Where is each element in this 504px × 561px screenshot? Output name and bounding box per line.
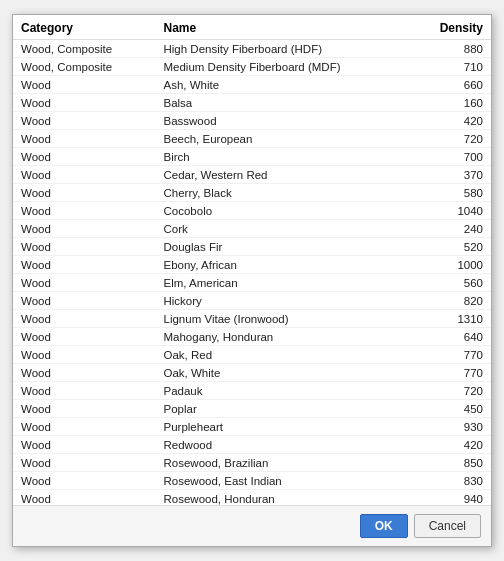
cell-category: Wood: [13, 112, 156, 130]
table-row[interactable]: WoodRedwood420: [13, 436, 491, 454]
cell-name: Oak, White: [156, 364, 413, 382]
cell-density: 160: [412, 94, 491, 112]
cell-name: Padauk: [156, 382, 413, 400]
cell-name: Cedar, Western Red: [156, 166, 413, 184]
cell-density: 700: [412, 148, 491, 166]
cell-name: Rosewood, Brazilian: [156, 454, 413, 472]
cell-name: High Density Fiberboard (HDF): [156, 40, 413, 58]
table-row[interactable]: WoodAsh, White660: [13, 76, 491, 94]
table-row[interactable]: WoodCocobolo1040: [13, 202, 491, 220]
cell-name: Ebony, African: [156, 256, 413, 274]
cell-density: 1000: [412, 256, 491, 274]
cell-density: 240: [412, 220, 491, 238]
cell-density: 770: [412, 364, 491, 382]
col-header-density: Density: [412, 15, 491, 40]
table-row[interactable]: WoodMahogany, Honduran640: [13, 328, 491, 346]
cell-category: Wood: [13, 418, 156, 436]
cell-name: Purpleheart: [156, 418, 413, 436]
table-row[interactable]: WoodPoplar450: [13, 400, 491, 418]
table-row[interactable]: WoodRosewood, East Indian830: [13, 472, 491, 490]
cell-name: Lignum Vitae (Ironwood): [156, 310, 413, 328]
cell-density: 830: [412, 472, 491, 490]
table-row[interactable]: WoodPadauk720: [13, 382, 491, 400]
table-row[interactable]: WoodOak, White770: [13, 364, 491, 382]
cell-name: Douglas Fir: [156, 238, 413, 256]
cell-category: Wood: [13, 364, 156, 382]
cell-name: Balsa: [156, 94, 413, 112]
cell-name: Poplar: [156, 400, 413, 418]
cell-name: Cork: [156, 220, 413, 238]
cell-category: Wood: [13, 400, 156, 418]
cell-category: Wood: [13, 184, 156, 202]
table-row[interactable]: WoodEbony, African1000: [13, 256, 491, 274]
cell-density: 640: [412, 328, 491, 346]
cell-category: Wood: [13, 76, 156, 94]
table-row[interactable]: WoodRosewood, Brazilian850: [13, 454, 491, 472]
table-row[interactable]: WoodLignum Vitae (Ironwood)1310: [13, 310, 491, 328]
cell-density: 710: [412, 58, 491, 76]
cell-density: 420: [412, 436, 491, 454]
cell-category: Wood: [13, 328, 156, 346]
table-container[interactable]: Category Name Density Wood, CompositeHig…: [13, 15, 491, 505]
data-table: Category Name Density Wood, CompositeHig…: [13, 15, 491, 505]
cell-category: Wood: [13, 472, 156, 490]
cell-name: Cherry, Black: [156, 184, 413, 202]
table-row[interactable]: WoodRosewood, Honduran940: [13, 490, 491, 506]
cell-name: Mahogany, Honduran: [156, 328, 413, 346]
cell-density: 880: [412, 40, 491, 58]
cell-category: Wood: [13, 166, 156, 184]
table-row[interactable]: WoodCedar, Western Red370: [13, 166, 491, 184]
cell-category: Wood, Composite: [13, 40, 156, 58]
cell-density: 940: [412, 490, 491, 506]
cell-name: Beech, European: [156, 130, 413, 148]
cell-name: Birch: [156, 148, 413, 166]
cell-density: 1040: [412, 202, 491, 220]
table-row[interactable]: Wood, CompositeHigh Density Fiberboard (…: [13, 40, 491, 58]
table-row[interactable]: WoodBalsa160: [13, 94, 491, 112]
cell-density: 660: [412, 76, 491, 94]
cell-name: Medium Density Fiberboard (MDF): [156, 58, 413, 76]
cell-name: Ash, White: [156, 76, 413, 94]
cell-name: Basswood: [156, 112, 413, 130]
cell-category: Wood: [13, 292, 156, 310]
cell-category: Wood: [13, 130, 156, 148]
table-row[interactable]: WoodHickory820: [13, 292, 491, 310]
cell-density: 720: [412, 130, 491, 148]
table-row[interactable]: WoodBasswood420: [13, 112, 491, 130]
cell-name: Oak, Red: [156, 346, 413, 364]
cell-name: Redwood: [156, 436, 413, 454]
cell-name: Elm, American: [156, 274, 413, 292]
cell-category: Wood: [13, 310, 156, 328]
cell-category: Wood: [13, 94, 156, 112]
cell-category: Wood: [13, 220, 156, 238]
table-row[interactable]: WoodBirch700: [13, 148, 491, 166]
table-row[interactable]: WoodDouglas Fir520: [13, 238, 491, 256]
cell-density: 580: [412, 184, 491, 202]
cell-density: 820: [412, 292, 491, 310]
cell-category: Wood: [13, 256, 156, 274]
table-row[interactable]: WoodCork240: [13, 220, 491, 238]
table-row[interactable]: WoodBeech, European720: [13, 130, 491, 148]
col-header-category: Category: [13, 15, 156, 40]
cell-category: Wood: [13, 238, 156, 256]
table-row[interactable]: WoodElm, American560: [13, 274, 491, 292]
cell-density: 560: [412, 274, 491, 292]
cell-density: 420: [412, 112, 491, 130]
cell-density: 450: [412, 400, 491, 418]
cell-name: Cocobolo: [156, 202, 413, 220]
cell-category: Wood: [13, 274, 156, 292]
table-row[interactable]: WoodCherry, Black580: [13, 184, 491, 202]
col-header-name: Name: [156, 15, 413, 40]
table-row[interactable]: Wood, CompositeMedium Density Fiberboard…: [13, 58, 491, 76]
cell-category: Wood, Composite: [13, 58, 156, 76]
cell-density: 370: [412, 166, 491, 184]
cell-category: Wood: [13, 202, 156, 220]
cell-density: 770: [412, 346, 491, 364]
cell-density: 850: [412, 454, 491, 472]
table-row[interactable]: WoodPurpleheart930: [13, 418, 491, 436]
ok-button[interactable]: OK: [360, 514, 408, 538]
dialog: Category Name Density Wood, CompositeHig…: [12, 14, 492, 547]
table-row[interactable]: WoodOak, Red770: [13, 346, 491, 364]
cell-density: 720: [412, 382, 491, 400]
cancel-button[interactable]: Cancel: [414, 514, 481, 538]
